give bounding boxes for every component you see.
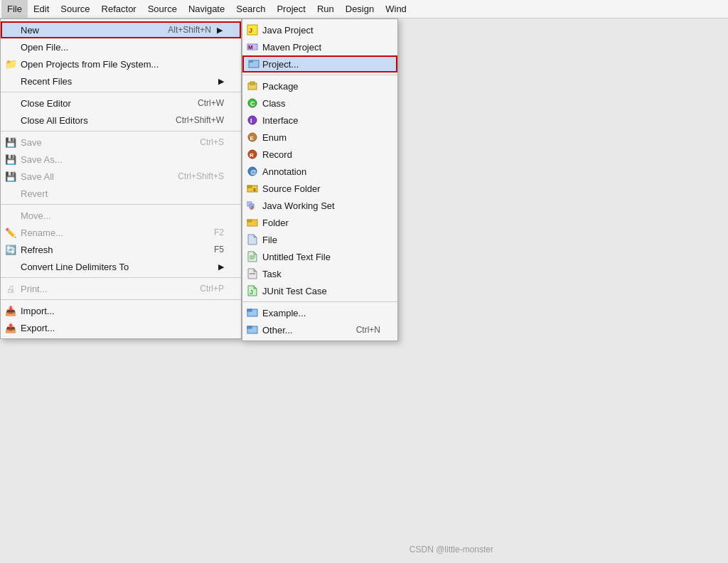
submenu-source-folder[interactable]: s Source Folder bbox=[242, 180, 397, 197]
submenu-task-label: Task bbox=[262, 269, 282, 279]
menu-item-convert[interactable]: Convert Line Delimiters To ▶ bbox=[1, 258, 241, 275]
save-as-icon: 💾 bbox=[5, 154, 16, 165]
submenu-enum[interactable]: E Enum bbox=[242, 129, 397, 146]
menu-item-save-shortcut: Ctrl+S bbox=[200, 137, 224, 147]
annotation-icon: @ bbox=[247, 166, 258, 177]
svg-text:J: J bbox=[250, 289, 253, 296]
menubar-edit[interactable]: Edit bbox=[28, 0, 55, 18]
menu-item-save-all-shortcut: Ctrl+Shift+S bbox=[178, 171, 224, 181]
submenu-class[interactable]: C Class bbox=[242, 95, 397, 112]
svg-text:s: s bbox=[253, 187, 256, 192]
submenu-java-working-set-label: Java Working Set bbox=[262, 200, 335, 211]
open-projects-icon: 📁 bbox=[5, 58, 16, 70]
record-icon: R bbox=[247, 149, 258, 160]
svg-text:R: R bbox=[250, 152, 254, 159]
submenu-package[interactable]: Package bbox=[242, 77, 397, 95]
submenu-java-working-set[interactable]: J Java Working Set bbox=[242, 197, 397, 214]
save-icon: 💾 bbox=[5, 136, 16, 148]
submenu-java-project[interactable]: J Java Project bbox=[242, 21, 397, 38]
menubar: File Edit Source Refactor Source Navigat… bbox=[0, 0, 728, 18]
submenu-file[interactable]: File bbox=[242, 231, 397, 248]
submenu-junit-test[interactable]: J JUnit Test Case bbox=[242, 282, 397, 299]
submenu-source-folder-label: Source Folder bbox=[262, 183, 321, 194]
menubar-navigate[interactable]: Navigate bbox=[183, 0, 230, 18]
submenu-junit-test-label: JUnit Test Case bbox=[262, 286, 327, 296]
svg-text:E: E bbox=[250, 135, 255, 141]
refresh-icon: 🔄 bbox=[5, 244, 16, 255]
export-icon: 📤 bbox=[5, 322, 16, 333]
submenu-other[interactable]: Other... Ctrl+N bbox=[242, 321, 397, 338]
menu-item-save-all[interactable]: 💾 Save All Ctrl+Shift+S bbox=[1, 168, 241, 185]
menu-item-open-projects[interactable]: 📁 Open Projects from File System... bbox=[1, 55, 241, 73]
menubar-window[interactable]: Wind bbox=[380, 0, 412, 18]
menu-item-close-all-editors-label: Close All Editors bbox=[21, 115, 147, 126]
menubar-project[interactable]: Project bbox=[271, 0, 311, 18]
menu-item-print-label: Print... bbox=[21, 284, 171, 294]
menubar-refactor[interactable]: Refactor bbox=[96, 0, 142, 18]
submenu-interface[interactable]: I Interface bbox=[242, 112, 397, 129]
file-icon bbox=[247, 234, 258, 245]
svg-marker-34 bbox=[254, 269, 257, 272]
other-icon bbox=[247, 324, 258, 336]
menu-item-move[interactable]: Move... bbox=[1, 207, 241, 224]
submenu-record[interactable]: R Record bbox=[242, 146, 397, 163]
separator-5 bbox=[1, 299, 241, 300]
menu-item-new[interactable]: New Alt+Shift+N ▶ bbox=[1, 21, 241, 38]
menu-item-close-editor[interactable]: Close Editor Ctrl+W bbox=[1, 95, 241, 112]
svg-text:C: C bbox=[250, 100, 255, 107]
menu-item-import[interactable]: 📥 Import... bbox=[1, 302, 241, 319]
menu-item-close-editor-shortcut: Ctrl+W bbox=[198, 98, 224, 108]
menu-item-open-projects-label: Open Projects from File System... bbox=[21, 59, 224, 70]
menu-item-recent-files-label: Recent Files bbox=[21, 76, 213, 87]
separator-3 bbox=[1, 204, 241, 205]
menu-item-refresh-label: Refresh bbox=[21, 245, 186, 255]
submenu-other-shortcut: Ctrl+N bbox=[356, 325, 380, 335]
menu-item-save-all-label: Save All bbox=[21, 171, 149, 182]
menu-item-close-all-editors[interactable]: Close All Editors Ctrl+Shift+W bbox=[1, 112, 241, 129]
file-menu: New Alt+Shift+N ▶ Open File... 📁 Open Pr… bbox=[0, 18, 242, 339]
menu-item-save-as[interactable]: 💾 Save As... bbox=[1, 151, 241, 168]
separator-1 bbox=[1, 92, 241, 92]
new-submenu-arrow: ▶ bbox=[217, 26, 223, 35]
submenu-example[interactable]: Example... bbox=[242, 304, 397, 321]
menu-item-print[interactable]: 🖨 Print... Ctrl+P bbox=[1, 280, 241, 297]
svg-marker-37 bbox=[254, 286, 257, 289]
untitled-text-icon bbox=[247, 251, 258, 262]
menu-item-rename-shortcut: F2 bbox=[214, 227, 224, 237]
svg-rect-7 bbox=[250, 82, 255, 85]
submenu-record-label: Record bbox=[262, 149, 292, 160]
menubar-design[interactable]: Design bbox=[340, 0, 380, 18]
menu-item-export[interactable]: 📤 Export... bbox=[1, 319, 241, 336]
submenu-task[interactable]: Task bbox=[242, 265, 397, 282]
recent-files-arrow: ▶ bbox=[218, 77, 224, 86]
menu-item-revert[interactable]: Revert bbox=[1, 185, 241, 202]
rename-icon: ✏️ bbox=[5, 227, 16, 238]
submenu-untitled-text-label: Untitled Text File bbox=[262, 252, 331, 262]
menubar-source2[interactable]: Source bbox=[142, 0, 183, 18]
menu-item-refresh-shortcut: F5 bbox=[214, 245, 224, 254]
submenu-untitled-text[interactable]: Untitled Text File bbox=[242, 248, 397, 265]
save-all-icon: 💾 bbox=[5, 171, 16, 182]
maven-project-icon: M bbox=[247, 41, 258, 53]
menubar-run[interactable]: Run bbox=[311, 0, 340, 18]
submenu-enum-label: Enum bbox=[262, 132, 287, 143]
menu-item-open-file[interactable]: Open File... bbox=[1, 38, 241, 55]
menubar-search[interactable]: Search bbox=[230, 0, 271, 18]
submenu-project[interactable]: Project... bbox=[242, 55, 397, 73]
submenu-folder[interactable]: Folder bbox=[242, 214, 397, 231]
menu-item-refresh[interactable]: 🔄 Refresh F5 bbox=[1, 241, 241, 258]
menubar-source1[interactable]: Source bbox=[55, 0, 95, 18]
menu-item-revert-label: Revert bbox=[21, 188, 224, 199]
submenu-separator-1 bbox=[242, 75, 397, 75]
import-icon: 📥 bbox=[5, 305, 16, 316]
menu-item-rename[interactable]: ✏️ Rename... F2 bbox=[1, 224, 241, 241]
svg-text:M: M bbox=[248, 44, 253, 50]
menu-item-save[interactable]: 💾 Save Ctrl+S bbox=[1, 134, 241, 151]
separator-4 bbox=[1, 277, 241, 278]
menu-item-recent-files[interactable]: Recent Files ▶ bbox=[1, 73, 241, 90]
submenu-class-label: Class bbox=[262, 98, 286, 109]
menubar-file[interactable]: File bbox=[1, 0, 28, 18]
submenu-annotation[interactable]: @ Annotation bbox=[242, 163, 397, 180]
submenu-maven-project[interactable]: M Maven Project bbox=[242, 38, 397, 55]
menu-item-save-label: Save bbox=[21, 137, 171, 148]
